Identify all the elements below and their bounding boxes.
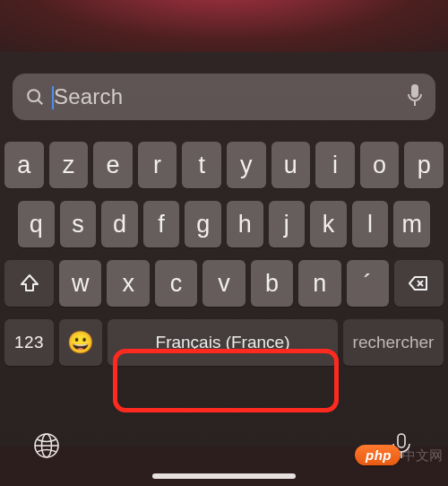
key-m[interactable]: m — [393, 201, 430, 247]
svg-rect-2 — [411, 84, 418, 98]
spacebar[interactable]: Français (France) — [108, 319, 338, 366]
key-o[interactable]: o — [360, 142, 400, 188]
key-y[interactable]: y — [227, 142, 266, 188]
key-w[interactable]: w — [59, 260, 101, 307]
key-t[interactable]: t — [182, 142, 221, 188]
svg-line-1 — [39, 100, 43, 105]
watermark: php中文网 — [355, 447, 443, 464]
key-s[interactable]: s — [60, 201, 97, 247]
key-g[interactable]: g — [185, 201, 221, 247]
search-bar[interactable]: Search — [13, 74, 435, 120]
key-x[interactable]: x — [107, 260, 149, 307]
emoji-key[interactable]: 😀 — [59, 319, 102, 366]
key-h[interactable]: h — [227, 201, 263, 247]
key-f[interactable]: f — [143, 201, 180, 247]
key-z[interactable]: z — [49, 142, 89, 188]
key-e[interactable]: e — [93, 142, 133, 188]
key-q[interactable]: q — [18, 201, 55, 247]
svg-point-0 — [28, 90, 39, 101]
key-accent[interactable]: ´ — [347, 260, 389, 307]
globe-icon[interactable] — [32, 431, 61, 464]
key-d[interactable]: d — [101, 201, 138, 247]
key-r[interactable]: r — [138, 142, 177, 188]
key-j[interactable]: j — [269, 201, 306, 247]
key-k[interactable]: k — [310, 201, 347, 247]
backspace-key[interactable] — [394, 260, 444, 307]
home-indicator[interactable] — [152, 473, 296, 479]
key-c[interactable]: c — [155, 260, 197, 307]
search-key[interactable]: rechercher — [343, 319, 444, 366]
text-caret — [52, 86, 54, 109]
shift-key[interactable] — [4, 260, 54, 307]
numbers-key[interactable]: 123 — [4, 319, 54, 366]
key-v[interactable]: v — [202, 260, 245, 307]
svg-rect-9 — [398, 434, 405, 447]
key-n[interactable]: n — [298, 260, 340, 307]
key-u[interactable]: u — [271, 142, 311, 188]
key-i[interactable]: i — [315, 142, 355, 188]
search-icon — [25, 87, 45, 107]
key-b[interactable]: b — [251, 260, 293, 307]
keyboard: a z e r t y u i o p q s d f g h j k l m — [0, 133, 448, 366]
dictation-icon[interactable] — [407, 83, 423, 110]
key-l[interactable]: l — [352, 201, 389, 247]
key-p[interactable]: p — [404, 142, 444, 188]
search-input[interactable]: Search — [52, 84, 400, 109]
key-a[interactable]: a — [4, 142, 44, 188]
